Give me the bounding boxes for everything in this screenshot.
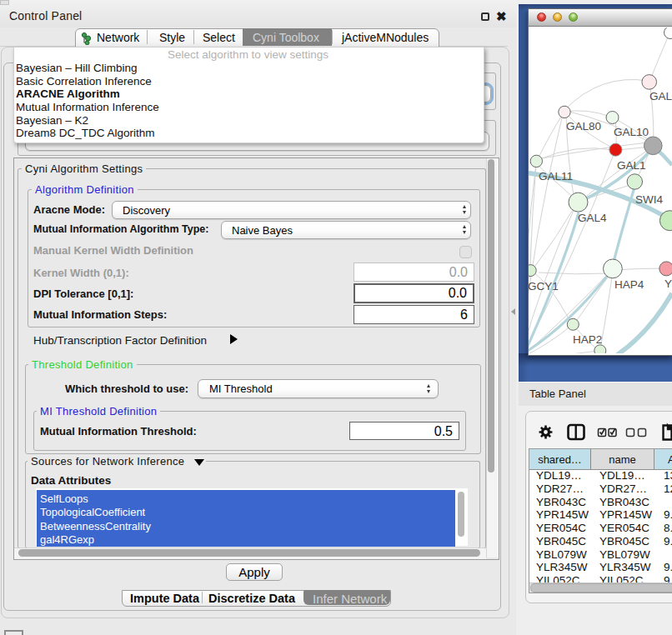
svg-text:GAL: GAL [649, 90, 672, 102]
svg-text:GAL80: GAL80 [566, 120, 601, 132]
svg-text:HAP2: HAP2 [573, 333, 602, 346]
svg-text:GAL10: GAL10 [614, 126, 649, 138]
svg-text:GAL11: GAL11 [539, 170, 573, 182]
svg-text:SWI4: SWI4 [635, 193, 663, 206]
svg-text:Y: Y [664, 278, 672, 290]
svg-text:GAL4: GAL4 [578, 212, 607, 224]
svg-text:HAP4: HAP4 [614, 278, 644, 291]
svg-text:GCY1: GCY1 [529, 280, 559, 292]
svg-text:GAL1: GAL1 [617, 159, 646, 172]
